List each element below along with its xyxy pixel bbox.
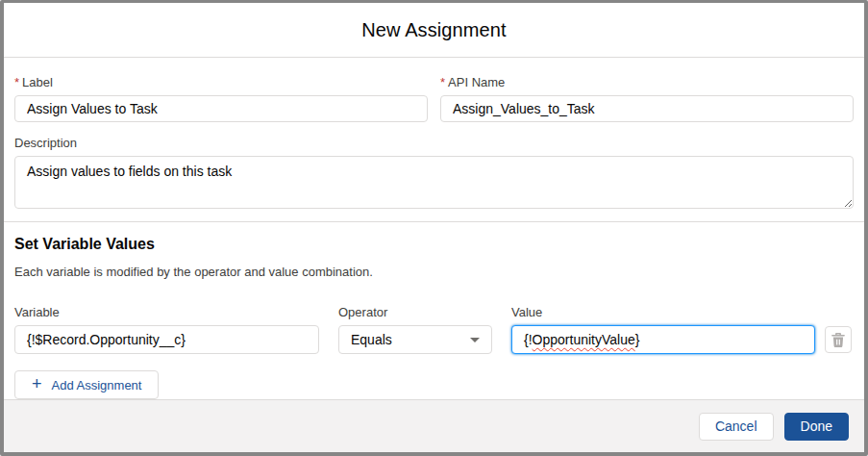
modal-title: New Assignment bbox=[361, 19, 506, 41]
description-field-group: Description Assign values to fields on t… bbox=[14, 135, 854, 213]
section-help-text: Each variable is modified by the operato… bbox=[14, 265, 854, 279]
modal-body: *Label *API Name Description Assign valu… bbox=[4, 58, 864, 399]
add-assignment-button[interactable]: + Add Assignment bbox=[14, 370, 159, 399]
modal-header: New Assignment bbox=[4, 3, 864, 58]
operator-field-group: Operator Equals bbox=[338, 304, 492, 354]
delete-assignment-button[interactable] bbox=[825, 326, 852, 353]
description-textarea[interactable]: Assign values to fields on this task bbox=[14, 156, 854, 209]
name-fields-row: *Label *API Name bbox=[14, 74, 854, 122]
value-prefix: {! bbox=[524, 332, 533, 347]
label-input[interactable] bbox=[14, 95, 428, 122]
description-field-label: Description bbox=[14, 135, 854, 152]
variable-field-label: Variable bbox=[14, 304, 319, 321]
operator-field-label: Operator bbox=[338, 304, 492, 321]
section-title: Set Variable Values bbox=[14, 236, 854, 253]
label-field-label-text: Label bbox=[22, 75, 53, 89]
modal-footer: Cancel Done bbox=[4, 399, 864, 452]
value-suffix: } bbox=[635, 332, 640, 347]
required-asterisk: * bbox=[440, 75, 445, 89]
chevron-down-icon bbox=[470, 338, 480, 342]
trash-icon bbox=[831, 333, 845, 347]
plus-icon: + bbox=[32, 375, 42, 393]
api-name-field-label: *API Name bbox=[440, 74, 854, 91]
variable-input[interactable] bbox=[14, 325, 319, 354]
label-field-label: *Label bbox=[14, 74, 428, 91]
operator-selected-value: Equals bbox=[351, 332, 392, 347]
done-button[interactable]: Done bbox=[784, 413, 849, 441]
assignment-row: Variable Operator Equals Value {!Opportu… bbox=[14, 304, 854, 354]
required-asterisk: * bbox=[14, 75, 19, 89]
api-name-input[interactable] bbox=[440, 95, 854, 122]
new-assignment-modal: New Assignment *Label *API Name Descript… bbox=[0, 0, 868, 456]
cancel-button[interactable]: Cancel bbox=[699, 413, 774, 441]
section-divider bbox=[4, 221, 864, 222]
api-name-field-label-text: API Name bbox=[448, 75, 505, 89]
api-name-field-group: *API Name bbox=[440, 74, 854, 122]
add-assignment-label: Add Assignment bbox=[52, 378, 142, 393]
label-field-group: *Label bbox=[14, 74, 428, 122]
value-misspelled-word: OpportunityValue bbox=[533, 332, 635, 347]
value-input[interactable]: {!OpportunityValue} bbox=[511, 325, 815, 354]
value-field-label: Value bbox=[511, 304, 815, 321]
value-field-group: Value {!OpportunityValue} bbox=[511, 304, 815, 354]
operator-select[interactable]: Equals bbox=[338, 325, 492, 354]
variable-field-group: Variable bbox=[14, 304, 319, 354]
